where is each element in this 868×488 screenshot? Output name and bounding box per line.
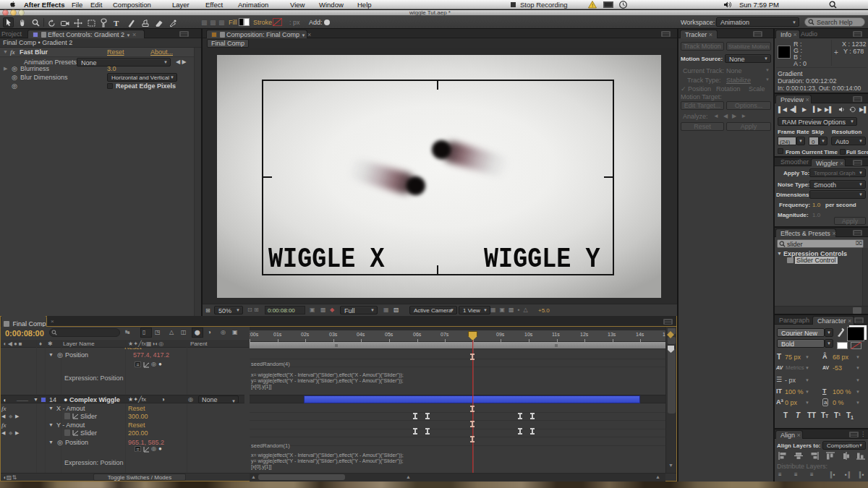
svg-text:!: ! — [592, 2, 593, 9]
